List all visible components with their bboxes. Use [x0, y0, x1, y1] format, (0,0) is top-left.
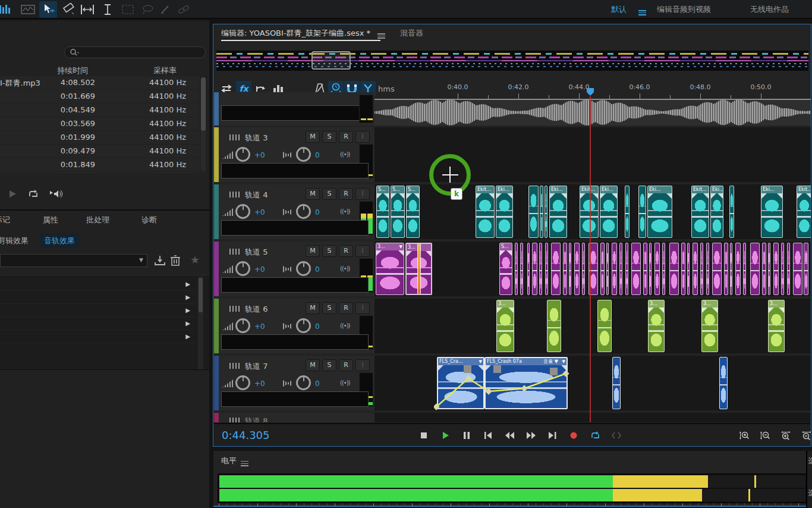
audio-clip[interactable]: 3... — [648, 300, 665, 352]
effect-slot[interactable]: ▶ — [0, 304, 196, 317]
audio-clip[interactable]: Eki... — [761, 186, 783, 238]
audio-clip[interactable] — [606, 243, 609, 295]
track-m-button[interactable]: M — [306, 302, 320, 314]
audio-clip[interactable] — [724, 243, 728, 295]
track-name[interactable]: 轨道 5 — [245, 247, 267, 258]
audio-clip[interactable] — [669, 243, 679, 295]
clip-title[interactable]: S... — [377, 186, 389, 193]
clip-title[interactable]: 3... — [497, 300, 514, 308]
panel-menu-icon[interactable] — [377, 30, 385, 41]
track-r-button[interactable]: R — [339, 302, 353, 314]
track-r-button[interactable]: R — [339, 131, 353, 143]
column-sample-rate[interactable]: 采样率 — [153, 65, 177, 76]
track-s-button[interactable]: S — [322, 245, 336, 257]
workspace-edit-audio-to-video[interactable]: 编辑音频到视频 — [657, 4, 711, 15]
track-lane[interactable]: 3...3...3...3... — [374, 299, 811, 353]
audio-clip[interactable] — [631, 243, 641, 295]
effect-slot-arrow-icon[interactable]: ▶ — [185, 281, 190, 287]
favorite-star-icon[interactable]: ★ — [190, 253, 200, 266]
clip-title[interactable]: 3... — [649, 300, 664, 308]
audio-clip[interactable] — [649, 243, 652, 295]
effect-slot[interactable]: ▶ — [0, 330, 196, 343]
effect-slot[interactable]: ▶ — [0, 278, 196, 291]
clip-title[interactable]: Eki... — [550, 186, 566, 193]
volume-knob[interactable] — [235, 375, 250, 390]
audio-clip[interactable] — [612, 357, 621, 409]
tab-track-effects[interactable]: 音轨效果 — [39, 234, 80, 248]
scroll-thumb[interactable] — [199, 278, 203, 312]
tab-batch[interactable]: 批处理 — [86, 215, 109, 225]
skip-start-button[interactable] — [480, 428, 496, 443]
audio-clip[interactable] — [687, 243, 690, 295]
zoom-in-vertical-button[interactable] — [737, 428, 753, 443]
slip-tool[interactable] — [78, 1, 96, 18]
audio-clip[interactable] — [762, 243, 766, 295]
playhead-marker[interactable] — [586, 87, 594, 96]
audio-clip[interactable] — [638, 186, 646, 238]
audio-clip[interactable] — [532, 243, 537, 295]
zoom-in-horizontal-button[interactable] — [778, 428, 795, 443]
track-i-button[interactable]: I — [355, 359, 370, 371]
file-row[interactable]: 0:03.56944100 Hz — [0, 117, 200, 131]
workspace-radio-production[interactable]: 无线电作品 — [750, 4, 789, 15]
razor-tool[interactable] — [59, 1, 77, 18]
tab-properties[interactable]: 属性 — [43, 215, 58, 225]
preset-dropdown[interactable]: ▼ — [0, 254, 147, 267]
audio-clip[interactable] — [520, 243, 523, 295]
audio-clip[interactable]: Eki... — [600, 186, 618, 238]
track-r-button[interactable]: R — [339, 188, 353, 200]
audio-clip[interactable] — [515, 243, 518, 295]
move-tool[interactable] — [39, 1, 57, 18]
track-s-button[interactable]: S — [322, 359, 336, 371]
volume-knob[interactable] — [235, 318, 250, 333]
audio-clip[interactable] — [619, 243, 622, 295]
track-r-button[interactable]: R — [339, 359, 353, 371]
audio-clip[interactable] — [654, 243, 660, 295]
track-lane[interactable]: 3...▼3...S... — [374, 242, 811, 296]
track-name[interactable]: 轨道 4 — [245, 190, 267, 200]
audio-clip[interactable] — [563, 243, 567, 295]
audio-clip[interactable] — [681, 243, 685, 295]
track-m-button[interactable]: M — [306, 359, 320, 371]
clip-title[interactable]: FLS_Cra...▼ — [438, 358, 483, 365]
effect-slot-arrow-icon[interactable]: ▶ — [185, 307, 190, 313]
marquee-tool[interactable] — [119, 1, 137, 18]
zoom-out-horizontal-button[interactable] — [799, 428, 811, 443]
audio-clip[interactable]: S... — [406, 186, 420, 238]
column-duration[interactable]: 持续时间 — [57, 65, 88, 76]
audio-clip[interactable] — [569, 243, 571, 295]
clip-title[interactable]: FLS_Crash 07a▼音量 ▼ — [486, 358, 566, 365]
audio-clip[interactable] — [743, 243, 746, 295]
audio-clip[interactable] — [804, 243, 808, 295]
pause-button[interactable] — [458, 428, 475, 443]
volume-knob[interactable] — [235, 147, 250, 162]
stop-button[interactable] — [416, 428, 432, 443]
workspace-default[interactable]: 默认 — [611, 4, 627, 15]
clip-title[interactable]: Ekit... — [692, 186, 709, 193]
track-fx-slot[interactable] — [221, 163, 369, 178]
clip-volume-label[interactable]: 音量 ▼ — [543, 358, 558, 365]
record-button[interactable] — [565, 428, 582, 443]
clip-title[interactable]: 3...▼ — [376, 243, 404, 250]
audio-clip[interactable] — [773, 243, 779, 295]
effect-slot[interactable]: ▶ — [0, 317, 196, 330]
audio-clip[interactable]: S... — [376, 186, 389, 238]
audio-clip[interactable]: FLS_Crash 07a▼音量 ▼ — [484, 357, 568, 409]
play-button[interactable] — [437, 428, 454, 443]
audio-clip[interactable]: 3... — [701, 300, 718, 352]
clip-title[interactable]: 3... — [702, 300, 717, 308]
audio-clip[interactable] — [768, 243, 770, 295]
track-s-button[interactable]: S — [322, 131, 336, 143]
tab-diagnostics[interactable]: 诊断 — [141, 215, 157, 225]
audio-clip[interactable] — [547, 300, 561, 352]
time-selection-tool[interactable] — [99, 1, 117, 18]
clip-title[interactable]: Eki... — [496, 186, 512, 193]
track-i-button[interactable]: I — [355, 188, 370, 200]
clip-title[interactable]: Eki... — [600, 186, 617, 193]
audio-clip[interactable]: Eki... — [549, 186, 567, 238]
file-row[interactable]: 0:01.84944100 Hz — [0, 158, 200, 172]
pan-knob[interactable] — [296, 318, 311, 333]
brush-tool[interactable] — [157, 1, 175, 18]
pan-knob[interactable] — [296, 147, 311, 162]
effects-rack-scrollbar[interactable] — [198, 277, 203, 369]
